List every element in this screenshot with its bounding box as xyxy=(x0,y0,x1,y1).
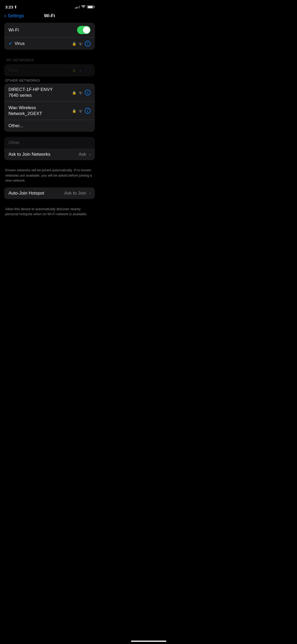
current-network-name: Virus xyxy=(15,41,72,46)
info-button-2[interactable]: i xyxy=(85,108,91,114)
wifi-icon-2 xyxy=(78,109,83,113)
page-title: Wi-Fi xyxy=(44,13,55,19)
wifi-label: Wi-Fi xyxy=(8,27,77,33)
status-icons xyxy=(75,5,94,8)
ghost-network-section: Virus 🔒 i xyxy=(4,64,95,76)
auto-join-hotspot-description: Allow this device to automatically disco… xyxy=(0,204,99,221)
wifi-toggle-section: Wi-Fi ✓ Virus 🔒 i xyxy=(4,23,95,50)
wifi-strength-icon xyxy=(78,42,83,45)
other-networks-label-container: OTHER NETWORKS xyxy=(0,76,99,84)
back-button[interactable]: ‹ Settings xyxy=(4,12,24,19)
ask-to-join-label: Ask to Join Networks xyxy=(8,152,79,157)
lock-icon-2: 🔒 xyxy=(72,109,76,113)
auto-join-hotspot-label: Auto-Join Hotspot xyxy=(8,191,64,196)
ask-to-join-chevron-icon: › xyxy=(89,152,91,157)
info-button-1[interactable]: i xyxy=(85,90,91,95)
back-chevron-icon: ‹ xyxy=(4,12,6,19)
location-icon xyxy=(14,5,17,8)
wifi-toggle-cell[interactable]: Wi-Fi xyxy=(4,23,95,38)
wifi-toggle[interactable] xyxy=(77,26,91,34)
ghost-info-button[interactable]: i xyxy=(85,67,91,73)
network-icons: 🔒 i xyxy=(72,41,91,47)
network-cell-1[interactable]: DIRECT-1F-HP ENVY7640 series 🔒 i xyxy=(4,84,95,102)
network-cell-other[interactable]: Other... xyxy=(4,120,95,132)
network-name-1: DIRECT-1F-HP ENVY7640 series xyxy=(8,87,72,98)
back-label: Settings xyxy=(8,13,24,19)
connected-checkmark-icon: ✓ xyxy=(8,41,12,47)
other-network-label: Other... xyxy=(8,123,91,128)
auto-join-hotspot-cell[interactable]: Auto-Join Hotspot Ask to Join › xyxy=(4,187,95,199)
ghost-wifi-icon xyxy=(78,69,83,72)
nav-bar: ‹ Settings Wi-Fi xyxy=(0,12,99,23)
lock-icon-1: 🔒 xyxy=(72,91,76,95)
network-name-2: Wan WirelessNetwork_2GEXT xyxy=(8,105,72,117)
auto-join-hotspot-section: Auto-Join Hotspot Ask to Join › xyxy=(4,187,95,199)
auto-join-hotspot-value: Ask to Join xyxy=(64,191,86,196)
peek-section: Other xyxy=(4,137,95,149)
svg-point-2 xyxy=(80,94,81,94)
ask-to-join-section: Ask to Join Networks Ask › xyxy=(4,149,95,160)
network-cell-2[interactable]: Wan WirelessNetwork_2GEXT 🔒 i xyxy=(4,102,95,120)
other-networks-label: OTHER NETWORKS xyxy=(5,79,94,82)
signal-bars xyxy=(75,5,80,8)
svg-point-0 xyxy=(80,45,81,45)
peek-other-cell: Other xyxy=(4,137,95,149)
network-info-button[interactable]: i xyxy=(85,41,91,47)
ask-to-join-value: Ask xyxy=(79,152,86,157)
svg-point-3 xyxy=(80,112,81,113)
lock-icon: 🔒 xyxy=(72,42,76,46)
toggle-thumb xyxy=(83,26,90,34)
current-network-cell[interactable]: ✓ Virus 🔒 i xyxy=(4,38,95,50)
wifi-icon-1 xyxy=(78,91,83,94)
wifi-status-icon xyxy=(81,5,86,8)
my-networks-area: MY NETWORKS Virus 🔒 i xyxy=(4,55,95,76)
ask-to-join-description: Known networks will be joined automatica… xyxy=(0,165,99,187)
ghost-lock-icon: 🔒 xyxy=(72,68,76,72)
ghost-network-name: Virus xyxy=(8,68,72,73)
ask-to-join-cell[interactable]: Ask to Join Networks Ask › xyxy=(4,149,95,160)
other-networks-section: DIRECT-1F-HP ENVY7640 series 🔒 i Wan Wir… xyxy=(4,84,95,132)
status-time: 3:23 xyxy=(5,5,17,9)
status-bar: 3:23 xyxy=(0,0,99,12)
ghost-network-cell: Virus 🔒 i xyxy=(4,64,95,76)
auto-join-chevron-icon: › xyxy=(89,191,91,195)
battery-icon xyxy=(87,5,94,8)
peek-other-label: Other xyxy=(8,140,20,145)
my-networks-label: MY NETWORKS xyxy=(5,56,94,63)
svg-point-1 xyxy=(80,71,81,72)
